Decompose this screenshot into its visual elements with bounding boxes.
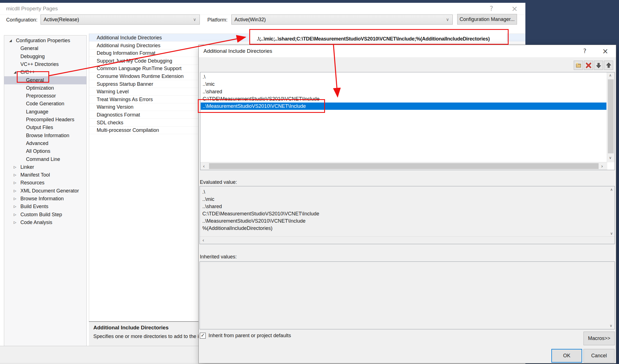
configuration-value: Active(Release) [44,17,79,22]
configuration-select[interactable]: Active(Release) ∨ [41,15,200,25]
evaluated-horizontal-scrollbar[interactable]: ‹ [200,236,615,244]
chevron-down-icon: ∨ [446,15,449,24]
list-vertical-scrollbar[interactable]: ∧ ∨ [607,72,615,162]
directory-list-item[interactable]: C:\TDE\MeasurementStudioVS2010\VCNET\Inc… [201,95,606,103]
platform-value: Active(Win32) [234,17,266,22]
scroll-down-icon[interactable]: ∨ [610,231,613,235]
inherit-defaults-checkbox[interactable]: ✓ [200,333,206,339]
sidebar-item-build-events[interactable]: ▷Build Events [4,203,86,211]
list-horizontal-scrollbar[interactable]: ‹ › [200,162,607,170]
expander-collapsed-icon[interactable]: ▷ [14,187,16,195]
inherited-values-label: Inherited values: [200,254,237,260]
expander-expanded-icon[interactable]: ◢ [14,68,16,76]
sidebar-item-browse-information[interactable]: Browse Information [4,132,86,140]
evaluated-value-line: .\ [202,188,205,196]
tree-item-label: Optimization [26,84,54,92]
inherit-defaults-label: Inherit from parent or project defaults [208,333,291,339]
directory-list-item[interactable]: .\ [201,73,606,80]
window-titlebar[interactable]: micdll Property Pages ? × [0,3,525,15]
tree-item-label: Output Files [26,123,53,132]
tree-item-label: Preprocessor [26,92,56,100]
sidebar-item-general[interactable]: General [4,76,86,84]
sidebar-item-browse-information[interactable]: ▷Browse Information [4,195,86,203]
ok-button[interactable]: OK [551,349,582,363]
dialog-help-icon[interactable]: ? [583,45,586,57]
directory-list-item[interactable]: ..\MeasurementStudioVS2010\VCNET\Include [201,103,606,110]
sidebar-item-xml-document-generator[interactable]: ▷XML Document Generator [4,187,86,195]
chevron-down-icon: ∨ [193,15,196,24]
platform-select[interactable]: Active(Win32) ∨ [231,15,453,25]
dialog-close-icon[interactable]: × [602,45,608,57]
sidebar-item-all-options[interactable]: All Options [4,147,86,155]
configuration-manager-button[interactable]: Configuration Manager... [457,14,517,25]
tree-item-label: Code Generation [26,100,64,108]
vertical-scroll-thumb[interactable] [608,79,614,153]
expander-collapsed-icon[interactable]: ▷ [14,163,16,171]
horizontal-scroll-thumb[interactable] [209,163,599,169]
move-up-button[interactable] [604,61,613,70]
inherited-values-box: ∨ [200,261,615,329]
scroll-right-icon[interactable]: › [601,163,603,169]
sidebar-item-precompiled-headers[interactable]: Precompiled Headers [4,116,86,124]
sidebar-item-configuration-properties[interactable]: ◢Configuration Properties [4,37,86,45]
tree-item-label: C/C++ [20,68,35,76]
scroll-left-icon[interactable]: ‹ [203,163,205,169]
sidebar-item-language[interactable]: Language [4,108,86,116]
evaluated-value-line: ..\MeasurementStudioVS2010\VCNET\Include [202,217,305,225]
sidebar-item-manifest-tool[interactable]: ▷Manifest Tool [4,171,86,179]
sidebar-item-c-c-[interactable]: ◢C/C++ [4,68,86,76]
evaluated-value-line: %(AdditionalIncludeDirectories) [202,225,272,232]
tree-item-label: Browse Information [20,195,64,203]
sidebar-item-code-generation[interactable]: Code Generation [4,100,86,108]
evaluated-value-line: ..\shared [202,203,222,210]
directory-list-item[interactable]: ..\shared [201,88,606,95]
expander-collapsed-icon[interactable]: ▷ [14,195,16,203]
dialog-title: Additional Include Directories [203,45,272,57]
sidebar-item-output-files[interactable]: Output Files [4,123,86,132]
dialog-titlebar[interactable]: Additional Include Directories ? × [199,45,616,57]
sidebar-item-resources[interactable]: ▷Resources [4,179,86,187]
expander-collapsed-icon[interactable]: ▷ [14,171,16,179]
expander-expanded-icon[interactable]: ◢ [9,37,12,45]
additional-include-directories-value[interactable]: .\;..\mic;..\shared;C:\TDE\MeasurementSt… [250,33,507,45]
tree-item-label: Precompiled Headers [26,116,74,124]
sidebar-item-vc-directories[interactable]: VC++ Directories [4,60,86,68]
sidebar-item-optimization[interactable]: Optimization [4,84,86,92]
additional-include-directories-dialog: Additional Include Directories ? × [198,45,616,363]
sidebar-item-preprocessor[interactable]: Preprocessor [4,92,86,100]
cancel-button[interactable]: Cancel [584,349,615,363]
scroll-up-icon[interactable]: ∧ [610,187,613,192]
platform-label: Platform: [207,17,227,23]
delete-line-button[interactable] [584,61,593,70]
macros-button[interactable]: Macros>> [584,332,615,345]
tree-item-label: Resources [20,179,44,187]
tree-item-label: Linker [20,163,34,171]
sidebar-item-linker[interactable]: ▷Linker [4,163,86,171]
window-close-icon[interactable]: × [511,3,518,15]
tree-item-label: Browse Information [26,132,69,140]
sidebar-item-code-analysis[interactable]: ▷Code Analysis [4,218,86,227]
expander-collapsed-icon[interactable]: ▷ [14,218,16,227]
scroll-left-icon[interactable]: ‹ [202,237,204,243]
scroll-up-icon[interactable]: ∧ [609,73,612,77]
scroll-down-icon[interactable]: ∨ [609,156,612,160]
sidebar-item-command-line[interactable]: Command Line [4,155,86,163]
window-help-icon[interactable]: ? [490,3,493,15]
evaluated-value-box: ∧ ∨ ‹ .\..\mic..\sharedC:\TDE\Measuremen… [200,186,615,244]
tree-item-label: Build Events [20,203,48,211]
move-up-icon [605,62,612,69]
move-down-button[interactable] [594,61,603,70]
sidebar-item-advanced[interactable]: Advanced [4,139,86,147]
expander-collapsed-icon[interactable]: ▷ [14,203,16,211]
sidebar-item-custom-build-step[interactable]: ▷Custom Build Step [4,211,86,219]
expander-collapsed-icon[interactable]: ▷ [14,179,16,187]
expander-collapsed-icon[interactable]: ▷ [14,211,16,219]
sidebar-item-general[interactable]: General [4,44,86,53]
move-down-icon [595,62,602,69]
sidebar-item-debugging[interactable]: Debugging [4,53,86,61]
new-line-button[interactable] [574,61,583,70]
tree-item-label: General [26,76,44,84]
scroll-down-icon[interactable]: ∨ [609,323,612,328]
directory-list-item[interactable]: ..\mic [201,80,606,88]
tree-item-label: Command Line [26,155,60,163]
